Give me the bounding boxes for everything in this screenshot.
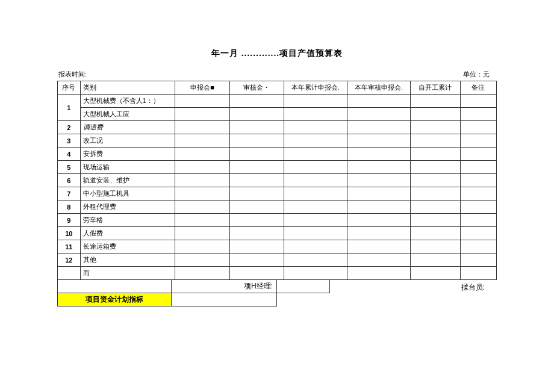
data-cell [411, 174, 461, 187]
data-cell [284, 174, 347, 187]
data-cell [175, 148, 229, 161]
data-cell [347, 214, 410, 227]
table-row: 9劳辛格 [58, 214, 497, 227]
category-cell: 大型机械费（不含人1：） [80, 95, 175, 108]
data-cell [175, 161, 229, 174]
category-cell: 外租代理费 [80, 201, 175, 214]
data-cell [175, 187, 229, 201]
operator-label: 揉台员: [461, 282, 485, 293]
data-cell [347, 108, 410, 121]
seq-cell: 5 [58, 161, 81, 174]
data-cell [411, 254, 461, 267]
col-category: 类别 [80, 81, 175, 95]
table-row: 2调遣费 [58, 121, 497, 134]
data-cell [229, 121, 284, 134]
seq-cell: 10 [58, 227, 81, 240]
table-row: 10人假费 [58, 227, 497, 240]
data-cell [460, 187, 496, 201]
data-cell [347, 227, 410, 240]
data-cell [347, 201, 410, 214]
footer-blank-top-left [57, 280, 172, 293]
data-cell [229, 161, 284, 174]
data-cell [411, 134, 461, 148]
data-cell [284, 187, 347, 201]
data-cell [411, 121, 461, 134]
data-cell [229, 227, 284, 240]
data-cell [411, 108, 461, 121]
category-cell: 轨道安装、维护 [80, 174, 175, 187]
category-cell: 其他 [80, 254, 175, 267]
data-cell [284, 108, 347, 121]
data-cell [229, 187, 284, 201]
table-row: 11长途运箱费 [58, 240, 497, 254]
data-cell [175, 201, 229, 214]
category-cell: 人假费 [80, 227, 175, 240]
seq-cell: 4 [58, 148, 81, 161]
seq-cell: 3 [58, 134, 81, 148]
data-cell [175, 108, 229, 121]
table-header-row: 序号 类别 申报会■ 审核金・ 本年累计申报会. 本年审核申报会. 自开工累计 … [58, 81, 497, 95]
data-cell [284, 134, 347, 148]
category-cell: 而 [80, 267, 175, 280]
data-cell [460, 134, 496, 148]
data-cell [229, 254, 284, 267]
data-cell [347, 161, 410, 174]
col-seq: 序号 [58, 81, 81, 95]
footer-blank-bottom-mid [172, 293, 277, 306]
table-row: 而 [58, 267, 497, 280]
data-cell [229, 95, 284, 108]
meta-row: 报表时间: 单位：元 [57, 70, 497, 79]
col-ytd-declared: 本年累计申报会. [284, 81, 347, 95]
seq-cell: 6 [58, 174, 81, 187]
data-cell [411, 187, 461, 201]
data-cell [175, 240, 229, 254]
category-cell: 中小型施工机具 [80, 187, 175, 201]
category-cell: 调遣费 [80, 121, 175, 134]
data-cell [460, 95, 496, 108]
data-cell [347, 174, 410, 187]
table-row: 12其他 [58, 254, 497, 267]
data-cell [175, 134, 229, 148]
data-cell [229, 148, 284, 161]
seq-cell: 7 [58, 187, 81, 201]
data-cell [175, 227, 229, 240]
data-cell [411, 267, 461, 280]
seq-cell: 11 [58, 240, 81, 254]
data-cell [284, 148, 347, 161]
data-cell [347, 240, 410, 254]
data-cell [284, 227, 347, 240]
data-cell [347, 254, 410, 267]
data-cell [175, 214, 229, 227]
data-cell [284, 254, 347, 267]
unit-label: 单位：元 [463, 70, 496, 79]
data-cell [460, 240, 496, 254]
data-cell [460, 267, 496, 280]
fund-plan-indicator: 项目资金计划指标 [57, 293, 172, 306]
data-cell [411, 148, 461, 161]
data-cell [175, 95, 229, 108]
col-ytd-audited: 本年审核申报会. [347, 81, 410, 95]
data-cell [460, 108, 496, 121]
data-cell [460, 201, 496, 214]
data-cell [284, 240, 347, 254]
page-title: 年一月 .............项目产值预算表 [57, 48, 497, 59]
seq-cell: 9 [58, 214, 81, 227]
category-cell: 劳辛格 [80, 214, 175, 227]
footer-gap [277, 293, 330, 306]
category-cell: 安拆费 [80, 148, 175, 161]
data-cell [347, 134, 410, 148]
data-cell [460, 174, 496, 187]
data-cell [284, 121, 347, 134]
seq-cell: 8 [58, 201, 81, 214]
col-since-start: 自开工累计 [411, 81, 461, 95]
pm-value-cell [277, 280, 330, 293]
table-body: 1大型机械费（不含人1：）大型机械人工应2调遣费3改工况4安拆费5现场运输6轨道… [58, 95, 497, 280]
data-cell [460, 161, 496, 174]
data-cell [411, 95, 461, 108]
budget-table: 序号 类别 申报会■ 审核金・ 本年累计申报会. 本年审核申报会. 自开工累计 … [57, 81, 497, 280]
data-cell [229, 267, 284, 280]
data-cell [460, 121, 496, 134]
report-time-label: 报表时间: [58, 70, 87, 79]
data-cell [347, 267, 410, 280]
data-cell [284, 201, 347, 214]
